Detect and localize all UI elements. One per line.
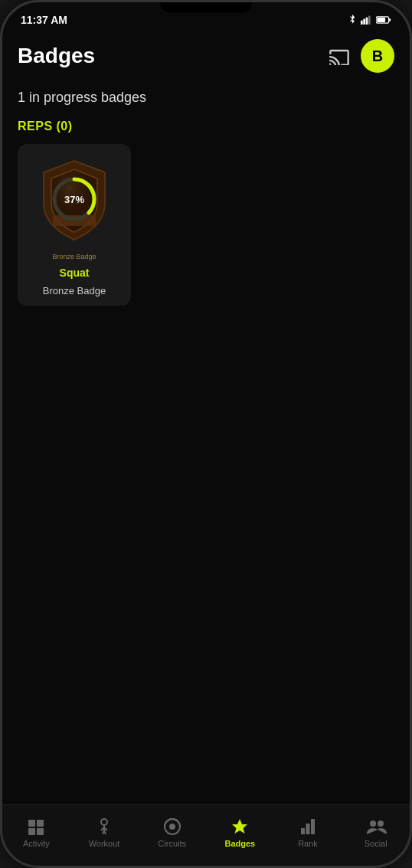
svg-rect-1: [363, 19, 365, 25]
svg-rect-2: [366, 18, 368, 25]
workout-icon: [94, 817, 114, 836]
screen: 11:37 AM: [2, 2, 410, 866]
battery-icon: [376, 15, 391, 25]
activity-icon: [27, 817, 45, 836]
status-icons: [347, 15, 391, 25]
svg-marker-22: [232, 819, 247, 834]
cast-icon[interactable]: [329, 47, 350, 65]
bottom-nav: Activity Workout: [2, 804, 410, 866]
svg-rect-6: [377, 18, 385, 22]
status-time: 11:37 AM: [21, 14, 67, 26]
notch: [160, 2, 252, 13]
nav-label-badges: Badges: [224, 839, 255, 848]
progress-summary: 1 in progress badges: [18, 90, 394, 106]
nav-item-social[interactable]: Social: [342, 817, 410, 848]
svg-rect-23: [301, 828, 305, 834]
svg-point-21: [170, 824, 175, 829]
svg-rect-24: [306, 824, 310, 834]
nav-item-badges[interactable]: Badges: [206, 817, 274, 848]
badges-grid: 37% Bronze Badge Squat Bronze Badge: [18, 144, 394, 306]
bluetooth-icon: [347, 15, 358, 25]
phone-frame: 11:37 AM: [0, 0, 412, 868]
badge-type: Bronze Badge: [43, 285, 106, 296]
badge-name: Squat: [60, 267, 90, 279]
nav-label-social: Social: [365, 839, 387, 848]
badges-icon: [231, 817, 249, 836]
page-title: Badges: [18, 44, 95, 68]
header: Badges B: [2, 33, 410, 82]
nav-item-circuits[interactable]: Circuits: [138, 817, 206, 848]
svg-line-19: [104, 830, 106, 834]
badge-subtitle-small: Bronze Badge: [52, 253, 96, 260]
svg-point-14: [101, 819, 107, 825]
nav-item-activity[interactable]: Activity: [2, 817, 70, 848]
section-header: REPS (0): [18, 120, 394, 133]
signal-icon: [361, 15, 373, 25]
svg-rect-12: [28, 828, 35, 835]
badge-visual: 37%: [32, 153, 116, 245]
circuits-icon: [163, 817, 181, 836]
progress-text: 37%: [64, 194, 84, 205]
nav-label-circuits: Circuits: [158, 839, 186, 848]
svg-rect-10: [28, 820, 35, 827]
badge-card[interactable]: 37% Bronze Badge Squat Bronze Badge: [18, 144, 131, 306]
rank-icon: [299, 817, 317, 836]
nav-item-rank[interactable]: Rank: [274, 817, 342, 848]
main-content: 1 in progress badges REPS (0): [2, 82, 410, 804]
progress-ring-container: 37%: [47, 172, 101, 226]
social-icon: [365, 817, 387, 836]
svg-point-27: [378, 821, 384, 827]
header-actions: B: [329, 39, 394, 73]
avatar[interactable]: B: [361, 39, 394, 73]
svg-rect-0: [361, 21, 363, 25]
svg-rect-13: [37, 828, 44, 835]
nav-label-activity: Activity: [23, 839, 50, 848]
nav-label-workout: Workout: [89, 839, 120, 848]
svg-point-26: [370, 821, 376, 827]
svg-rect-11: [37, 820, 44, 827]
shield-wrapper: 37%: [36, 157, 113, 241]
svg-rect-25: [311, 819, 315, 834]
nav-label-rank: Rank: [298, 839, 318, 848]
svg-rect-5: [389, 18, 391, 21]
svg-rect-3: [368, 16, 371, 25]
nav-item-workout[interactable]: Workout: [70, 817, 139, 848]
